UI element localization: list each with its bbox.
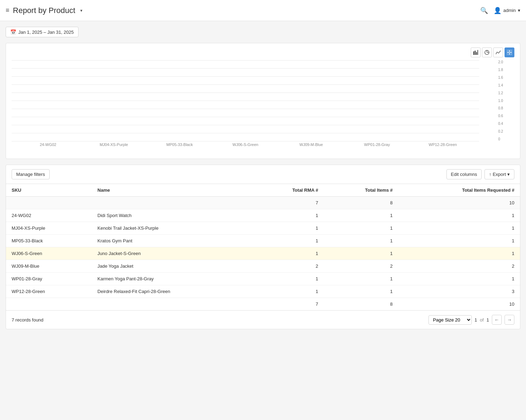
cell-items-2: 1 [324,235,399,247]
cell-sku-3: WJ06-S-Green [6,247,92,260]
cell-sku-0: 24-WG02 [6,209,92,222]
table-row: WJ06-S-Green Juno Jacket-S-Green 1 1 1 [6,247,520,260]
total-items-requested: 10 [398,298,520,311]
chart-line-btn[interactable] [493,47,503,57]
svg-rect-3 [477,50,478,55]
summary-row-top: 7 8 10 [6,197,520,209]
summary-total-items: 8 [324,197,399,209]
of-text: of [480,317,484,323]
export-button[interactable]: ↑ Export ▾ [484,169,514,179]
export-dropdown-arrow: ▾ [507,172,510,177]
cell-rma-3: 1 [253,247,324,260]
table-header-row: SKU Name Total RMA # Total Items # Total… [6,184,520,197]
prev-page-button[interactable]: ← [492,315,502,325]
table-row: MJ04-XS-Purple Kenobi Trail Jacket-XS-Pu… [6,222,520,235]
chart-toolbar [12,47,514,57]
cell-requested-1: 1 [398,222,520,235]
title-dropdown-arrow[interactable]: ▾ [80,8,82,13]
svg-rect-8 [510,50,512,52]
table-actions: Edit columns ↑ Export ▾ [446,169,515,179]
x-label-24wg02: 24-WG02 [15,142,81,147]
current-page: 1 [475,317,477,323]
chart-area: 24-WG02 MJ04-XS-Purple MP05-33-Black WJ0… [12,60,514,152]
header-left: ≡ Report by Product ▾ [6,6,82,15]
table-row: WP01-28-Gray Karmen Yoga Pant-28-Gray 1 … [6,273,520,285]
col-header-total-items-requested: Total Items Requested # [398,184,520,197]
x-label-wp01: WP01-28-Gray [344,142,410,147]
cell-rma-1: 1 [253,222,324,235]
total-row: 7 8 10 [6,298,520,311]
cell-items-5: 1 [324,273,399,285]
next-page-button[interactable]: → [505,315,514,325]
svg-rect-0 [473,51,474,55]
total-items: 8 [324,298,399,311]
svg-rect-10 [510,53,512,55]
y-axis: 0 0.2 0.4 0.6 0.8 1.0 1.2 1.4 1.6 1.8 2.… [497,60,514,152]
header-right: 🔍 👤 admin ▾ [480,7,520,14]
x-label-wj09: WJ09-M-Blue [278,142,344,147]
edit-columns-button[interactable]: Edit columns [446,169,482,179]
user-dropdown-arrow: ▾ [518,8,520,13]
cell-items-3: 1 [324,247,399,260]
cell-name-5: Karmen Yoga Pant-28-Gray [92,273,253,285]
date-filter-label: Jan 1, 2025 – Jan 31, 2025 [18,30,74,35]
page-size-select[interactable]: Page Size 20 Page Size 50 Page Size 100 [428,315,472,325]
summary-name [92,197,253,209]
total-name [92,298,253,311]
total-rma: 7 [253,298,324,311]
user-icon: 👤 [494,7,501,14]
y-label-10: 1.0 [497,99,514,103]
x-label-mj04: MJ04-XS-Purple [81,142,147,147]
user-name: admin [503,8,516,13]
cell-requested-0: 1 [398,209,520,222]
chart-bar-btn[interactable] [471,47,481,57]
total-pages: 1 [487,317,489,323]
cell-sku-4: WJ09-M-Blue [6,260,92,273]
date-filter-button[interactable]: 📅 Jan 1, 2025 – Jan 31, 2025 [6,27,79,37]
manage-filters-button[interactable]: Manage filters [12,169,50,179]
cell-items-4: 2 [324,260,399,273]
export-icon: ↑ [489,172,491,177]
cell-items-0: 1 [324,209,399,222]
y-label-20: 2.0 [497,60,514,64]
cell-requested-6: 3 [398,285,520,298]
cell-name-1: Kenobi Trail Jacket-XS-Purple [92,222,253,235]
cell-requested-5: 1 [398,273,520,285]
cell-requested-2: 1 [398,235,520,247]
data-table: SKU Name Total RMA # Total Items # Total… [6,184,520,310]
search-button[interactable]: 🔍 [480,7,488,14]
y-label-08: 0.8 [497,106,514,110]
export-label: Export [493,172,506,177]
y-label-06: 0.6 [497,114,514,118]
svg-rect-7 [507,50,509,52]
cell-name-3: Juno Jacket-S-Green [92,247,253,260]
cell-sku-2: MP05-33-Black [6,235,92,247]
cell-rma-6: 1 [253,285,324,298]
cell-items-6: 1 [324,285,399,298]
cell-items-1: 1 [324,222,399,235]
y-label-14: 1.4 [497,83,514,87]
summary-sku [6,197,92,209]
col-header-name: Name [92,184,253,197]
cell-requested-3: 1 [398,247,520,260]
chart-grid-btn[interactable] [505,47,514,57]
x-label-mp05: MP05-33-Black [147,142,213,147]
table-section: Manage filters Edit columns ↑ Export ▾ S… [6,165,520,329]
user-menu[interactable]: 👤 admin ▾ [494,7,520,14]
y-label-04: 0.4 [497,122,514,126]
cell-name-6: Deirdre Relaxed-Fit Capri-28-Green [92,285,253,298]
chart-section: 24-WG02 MJ04-XS-Purple MP05-33-Black WJ0… [6,43,520,159]
pagination: Page Size 20 Page Size 50 Page Size 100 … [428,315,514,325]
page-title: Report by Product [13,6,75,15]
cell-name-2: Kratos Gym Pant [92,235,253,247]
chart-pie-btn[interactable] [482,47,492,57]
svg-rect-9 [507,53,509,55]
table-footer: 7 records found Page Size 20 Page Size 5… [6,310,520,329]
hamburger-icon[interactable]: ≡ [6,7,10,14]
y-label-12: 1.2 [497,91,514,95]
cell-sku-1: MJ04-XS-Purple [6,222,92,235]
cell-name-0: Didi Sport Watch [92,209,253,222]
top-header: ≡ Report by Product ▾ 🔍 👤 admin ▾ [0,0,526,21]
y-label-16: 1.6 [497,76,514,79]
cell-sku-6: WP12-28-Green [6,285,92,298]
